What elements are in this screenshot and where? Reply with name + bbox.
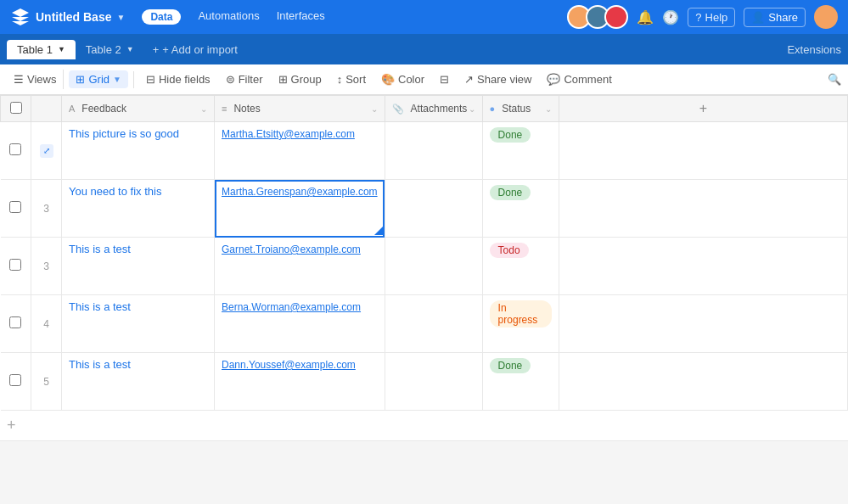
empty-area [0, 441, 848, 504]
status-cell[interactable]: Done [482, 122, 559, 180]
user-avatar[interactable] [814, 5, 838, 29]
grid-view-button[interactable]: ⊞ Grid ▼ [69, 70, 127, 88]
search-button[interactable]: 🔍 [828, 73, 841, 86]
share-view-button[interactable]: ↗ Share view [458, 70, 538, 89]
color-button[interactable]: 🎨 Color [374, 70, 431, 89]
extra-cell [559, 238, 847, 295]
row-height-button[interactable]: ⊟ [433, 70, 456, 89]
nav-tab-interfaces[interactable]: Interfaces [277, 9, 325, 25]
comment-icon: 💬 [547, 73, 560, 86]
notes-email-link[interactable]: Martha.Etsitty@example.com [222, 128, 355, 140]
th-add-column[interactable]: + [559, 96, 847, 122]
th-status-label: Status [502, 103, 531, 115]
hide-fields-button[interactable]: ⊟ Hide fields [139, 70, 217, 89]
hide-fields-icon: ⊟ [146, 73, 155, 86]
attachments-cell[interactable] [385, 353, 482, 411]
notes-email-link[interactable]: Berna.Worman@example.com [222, 301, 361, 313]
share-view-icon: ↗ [464, 73, 474, 86]
row-checkbox-cell [1, 295, 31, 353]
table-row: ⤢ This picture is so good Martha.Etsitty… [1, 122, 848, 180]
feedback-cell[interactable]: You need to fix this [62, 180, 215, 238]
attachments-cell[interactable] [385, 122, 482, 180]
feedback-expand-icon[interactable]: ⌄ [200, 104, 207, 114]
status-expand-icon[interactable]: ⌄ [545, 104, 552, 114]
nav-tab-automations[interactable]: Automations [198, 9, 259, 25]
table-tab-2[interactable]: Table 2 ▼ [76, 40, 144, 59]
status-cell[interactable]: In progress [482, 295, 559, 353]
help-button[interactable]: ? Help [688, 8, 735, 27]
table-body: ⤢ This picture is so good Martha.Etsitty… [1, 122, 848, 411]
views-button[interactable]: ☰ Views [7, 70, 64, 89]
notes-cell[interactable]: Dann.Youssef@example.com [215, 353, 385, 411]
attachments-cell[interactable] [385, 295, 482, 353]
divider [133, 71, 134, 88]
th-attachments-label: Attachments [411, 103, 468, 115]
comment-button[interactable]: 💬 Comment [540, 70, 618, 89]
th-checkbox[interactable] [1, 96, 31, 122]
select-all-checkbox[interactable] [10, 102, 22, 114]
add-row-button[interactable]: + [0, 411, 848, 441]
th-notes[interactable]: ≡ Notes ⌄ [215, 96, 385, 122]
table-tab-1[interactable]: Table 1 ▼ [7, 40, 76, 59]
sort-button[interactable]: ↕ Sort [330, 70, 373, 89]
status-cell[interactable]: Done [482, 353, 559, 411]
th-feedback[interactable]: A Feedback ⌄ [62, 96, 215, 122]
feedback-cell[interactable]: This is a test [62, 353, 215, 411]
notes-cell[interactable]: Berna.Worman@example.com [215, 295, 385, 353]
extensions-button[interactable]: Extensions [787, 43, 841, 56]
attachments-cell[interactable] [385, 180, 482, 238]
notes-cell[interactable]: Martha.Greenspan@example.com [215, 180, 385, 238]
notes-cell[interactable]: Martha.Etsitty@example.com [215, 122, 385, 180]
group-label: Group [291, 73, 322, 86]
share-button[interactable]: 👤 Share [744, 8, 806, 27]
notes-email-link[interactable]: Martha.Greenspan@example.com [222, 186, 378, 198]
add-table-label: + Add or import [162, 43, 238, 56]
attachments-expand-icon[interactable]: ⌄ [469, 104, 475, 114]
row-height-icon: ⊟ [440, 73, 449, 86]
notes-email-link[interactable]: Dann.Youssef@example.com [222, 359, 356, 371]
app-logo[interactable]: Untitled Base ▼ [10, 7, 125, 27]
history-icon[interactable]: 🕐 [662, 9, 679, 25]
row-checkbox[interactable] [9, 316, 21, 328]
table-row: 5 This is a test Dann.Youssef@example.co… [1, 353, 848, 411]
feedback-text: This is a test [69, 300, 131, 313]
row-checkbox[interactable] [9, 374, 21, 386]
add-table-button[interactable]: + + Add or import [144, 40, 246, 59]
sort-label: Sort [345, 73, 366, 86]
filter-button[interactable]: ⊜ Filter [219, 70, 270, 89]
row-expand-icon[interactable]: ⤢ [40, 144, 53, 158]
nav-tab-data[interactable]: Data [142, 9, 181, 25]
feedback-cell[interactable]: This is a test [62, 295, 215, 353]
row-checkbox[interactable] [9, 259, 21, 271]
row-num-cell: 3 [31, 180, 62, 238]
table-2-chevron-icon[interactable]: ▼ [126, 45, 134, 53]
feedback-cell[interactable]: This picture is so good [62, 122, 215, 180]
feedback-cell[interactable]: This is a test [62, 238, 215, 295]
row-num-cell: ⤢ [31, 122, 62, 180]
filter-label: Filter [239, 73, 263, 86]
group-button[interactable]: ⊞ Group [272, 70, 329, 89]
table-1-chevron-icon[interactable]: ▼ [58, 45, 65, 53]
grid-chevron-icon[interactable]: ▼ [113, 75, 121, 84]
grid-label: Grid [88, 73, 110, 86]
nav-right: 🔔 🕐 ? Help 👤 Share [567, 5, 838, 29]
extra-cell [559, 180, 847, 238]
status-cell[interactable]: Done [482, 180, 559, 238]
notification-icon[interactable]: 🔔 [637, 9, 654, 25]
title-chevron-icon[interactable]: ▼ [116, 13, 125, 22]
notes-cell[interactable]: Garnet.Troiano@example.com [215, 238, 385, 295]
attachments-cell[interactable] [385, 238, 482, 295]
notes-expand-icon[interactable]: ⌄ [371, 104, 378, 114]
th-notes-label: Notes [233, 103, 260, 115]
th-attachments[interactable]: 📎 Attachments ⌄ [385, 96, 482, 122]
extra-cell [559, 122, 847, 180]
status-cell[interactable]: Todo [482, 238, 559, 295]
th-status[interactable]: ● Status ⌄ [482, 96, 559, 122]
status-badge: Done [490, 127, 531, 143]
search-icon[interactable]: 🔍 [828, 73, 841, 86]
main-area: A Feedback ⌄ ≡ Notes ⌄ [0, 95, 848, 504]
avatar-3[interactable] [604, 5, 628, 29]
notes-email-link[interactable]: Garnet.Troiano@example.com [222, 244, 361, 255]
row-checkbox[interactable] [9, 201, 21, 213]
row-checkbox[interactable] [9, 143, 21, 155]
